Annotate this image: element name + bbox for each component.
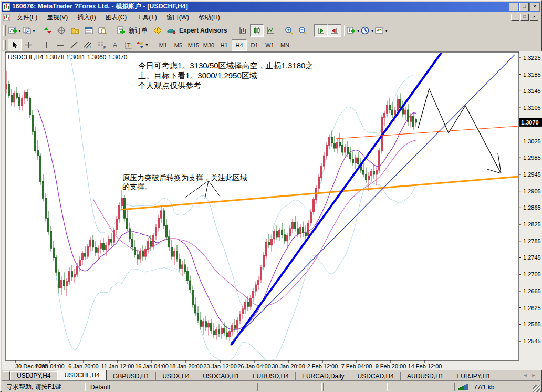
metaeditor-button[interactable]: !: [151, 24, 164, 37]
maximize-button[interactable]: □: [519, 3, 529, 11]
bar-chart-button[interactable]: [236, 24, 250, 37]
navigator-button[interactable]: [68, 24, 82, 37]
chart-panel[interactable]: 1.32251.31851.31451.31051.30651.30251.29…: [2, 51, 542, 370]
candle-body: [45, 198, 47, 218]
text-label-button[interactable]: T: [122, 39, 136, 51]
tab-eurjpy-h1[interactable]: EURJPY,H1: [450, 372, 497, 380]
candle-body: [171, 247, 173, 256]
crosshair-button[interactable]: [22, 39, 35, 51]
equidistant-channel-button[interactable]: E: [81, 39, 95, 51]
toolbar-grip[interactable]: [3, 25, 6, 36]
child-restore-button[interactable]: □: [520, 14, 529, 21]
tab-eurusd-h4[interactable]: EURUSD,H4: [246, 372, 296, 380]
support-note[interactable]: 原压力突破后转换为支撑，关注此区域 的支撑。: [122, 173, 247, 191]
strategy-tester-button[interactable]: [96, 24, 109, 37]
status-connection-pane[interactable]: 77/1 kb: [454, 383, 533, 391]
menu-window[interactable]: 窗口(W): [162, 12, 194, 23]
tab-audusd-h1[interactable]: AUDUSD,H1: [401, 372, 450, 380]
tab-eurcad-daily[interactable]: EURCAD,Daily: [296, 372, 351, 380]
new-order-button[interactable]: [114, 24, 128, 37]
expert-advisors-label[interactable]: Expert Advisors: [179, 27, 227, 34]
tab-scroll-left-icon[interactable]: ◄: [522, 373, 529, 378]
terminal-button[interactable]: [82, 24, 96, 37]
timeframe-mn-button[interactable]: MN: [277, 39, 293, 51]
timeframe-m1-button[interactable]: M1: [155, 39, 171, 51]
toolbar-grip[interactable]: [151, 40, 153, 50]
new-order-label[interactable]: 新订单: [129, 26, 148, 35]
data-window-button[interactable]: [55, 24, 68, 37]
tab-usdcad-h4[interactable]: USDCAD,H4: [351, 372, 401, 380]
candle-body: [224, 328, 225, 333]
candle-body: [373, 171, 375, 174]
tab-usdcad-h1[interactable]: USDCAD,H1: [196, 372, 246, 380]
candle-body: [279, 230, 280, 236]
timeframe-m5-button[interactable]: M5: [171, 39, 186, 51]
chart-profiles-button[interactable]: ▼: [22, 24, 36, 37]
analysis-note-line: 上。目标下看1。3000/1.2950区域: [138, 70, 329, 80]
child-close-button[interactable]: ×: [530, 14, 538, 21]
indicators-button[interactable]: f ▼: [346, 24, 360, 37]
auto-scroll-button[interactable]: [314, 24, 328, 37]
timeframe-d1-button[interactable]: D1: [247, 39, 262, 51]
price-axis[interactable]: 1.32251.31851.31451.31051.30651.30251.29…: [519, 55, 542, 344]
timeframe-m30-button[interactable]: M30: [201, 39, 216, 51]
candle-body: [100, 243, 102, 249]
toolbar-grip[interactable]: [232, 25, 234, 36]
close-button[interactable]: ×: [530, 3, 539, 11]
menu-help[interactable]: 帮助(H): [194, 12, 225, 23]
title-bar[interactable]: 160676: MetaTrader ?Forex Ltd. - 模拟帐户 - …: [2, 2, 540, 12]
menu-insert[interactable]: 插入(I): [72, 12, 100, 23]
candle-body: [297, 229, 299, 234]
drawing-toolbar: E F A T ▼: [2, 38, 540, 52]
chart-shift-button[interactable]: [328, 24, 341, 37]
trendline-button[interactable]: [67, 39, 81, 51]
horizontal-line-button[interactable]: [54, 39, 67, 51]
price-tick-label: 1.3025: [523, 138, 541, 145]
tab-usdx-h4[interactable]: USDX,H4: [156, 372, 196, 380]
tab-scroll-right-icon[interactable]: ►: [530, 373, 537, 378]
cursor-button[interactable]: [8, 39, 22, 51]
tab-stub: [3, 371, 10, 380]
timeframe-m15-button[interactable]: M15: [186, 39, 201, 51]
candle-body: [284, 235, 286, 241]
tab-usdchf-h4[interactable]: USDCHF,H4: [57, 370, 106, 380]
new-chart-button[interactable]: ▼: [8, 24, 22, 37]
market-watch-button[interactable]: [41, 24, 55, 37]
zoom-in-button[interactable]: [282, 24, 296, 37]
candle-body: [287, 235, 288, 241]
line-chart-button[interactable]: [264, 24, 277, 37]
candle-body: [216, 330, 217, 335]
candle-body: [150, 241, 152, 246]
minimize-button[interactable]: _: [509, 3, 518, 11]
data-window-icon: [57, 26, 66, 35]
templates-button[interactable]: ▼: [374, 24, 389, 37]
zoom-out-button[interactable]: [296, 24, 309, 37]
analysis-note[interactable]: 今日可考虑1。3130/50区域择高空，止损1.3180之 上。目标下看1。30…: [136, 59, 331, 114]
vertical-line-button[interactable]: [40, 39, 54, 51]
tab-usdjpy-h4[interactable]: USDJPY,H4: [10, 371, 57, 380]
candle-body: [410, 116, 412, 121]
candle-body: [66, 282, 68, 286]
tab-gbpusd-h1[interactable]: GBPUSD,H1: [107, 372, 156, 380]
expert-advisors-button[interactable]: [164, 24, 178, 37]
fibonacci-button[interactable]: F: [95, 39, 108, 51]
timeframe-h4-button[interactable]: H4: [232, 39, 247, 51]
timeframe-w1-button[interactable]: W1: [262, 39, 277, 51]
status-profile[interactable]: Default: [87, 383, 256, 391]
candle-body: [347, 147, 349, 153]
child-minimize-button[interactable]: _: [511, 14, 519, 21]
periods-button[interactable]: ▼: [360, 24, 374, 37]
toolbar-grip[interactable]: [3, 40, 6, 50]
time-axis[interactable]: 30 Dec 20054 Jan 04:006 Jan 20:0011 Jan …: [15, 360, 442, 369]
menu-file[interactable]: 文件(F): [12, 12, 42, 23]
resize-grip[interactable]: [533, 385, 540, 392]
arrows-button[interactable]: ▼: [136, 39, 149, 51]
text-button[interactable]: A: [108, 39, 122, 51]
candle-body: [274, 232, 275, 239]
candlestick-chart-button[interactable]: [250, 24, 264, 37]
timeframe-h1-button[interactable]: H1: [216, 39, 232, 51]
menu-tools[interactable]: 工具(T): [131, 12, 161, 23]
menu-charts[interactable]: 图表(C): [101, 12, 132, 23]
price-tick-label: 1.2945: [523, 171, 541, 178]
menu-view[interactable]: 显视(V): [42, 12, 72, 23]
